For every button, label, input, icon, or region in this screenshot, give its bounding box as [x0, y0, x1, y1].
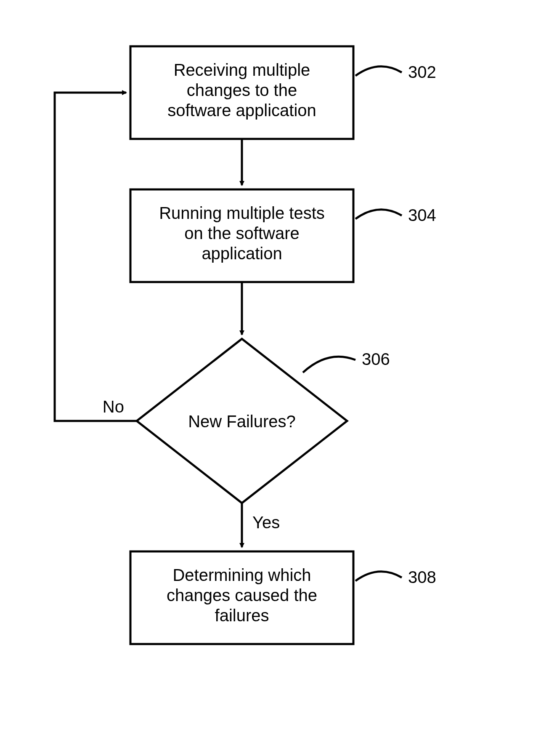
- box1-line3: software application: [167, 101, 316, 120]
- box3-line2: changes caused the: [167, 586, 317, 604]
- branch-yes: Yes: [242, 503, 280, 547]
- ref-302-label: 302: [408, 63, 436, 81]
- box2-line2: on the software: [184, 224, 300, 242]
- ref-308: 308: [355, 568, 436, 586]
- ref-302: 302: [355, 63, 436, 81]
- ref-306-label: 306: [362, 350, 390, 368]
- box1-line1: Receiving multiple: [174, 61, 310, 79]
- decision-text: New Failures?: [188, 412, 296, 431]
- ref-304-label: 304: [408, 206, 436, 224]
- branch-no-label: No: [103, 397, 124, 416]
- branch-yes-label: Yes: [252, 513, 280, 532]
- flowchart-diagram: Receiving multiple changes to the softwa…: [0, 0, 557, 756]
- box2-line1: Running multiple tests: [159, 204, 325, 222]
- box3-line3: failures: [215, 606, 269, 625]
- process-box-determining-changes: Determining which changes caused the fai…: [130, 551, 353, 644]
- ref-306: 306: [303, 350, 390, 373]
- process-box-running-tests: Running multiple tests on the software a…: [130, 189, 353, 282]
- process-box-receiving-changes: Receiving multiple changes to the softwa…: [130, 46, 353, 139]
- branch-no: No: [55, 93, 137, 421]
- box2-line3: application: [202, 244, 282, 263]
- box1-line2: changes to the: [187, 81, 297, 99]
- box3-line1: Determining which: [172, 566, 311, 584]
- ref-308-label: 308: [408, 568, 436, 586]
- ref-304: 304: [355, 206, 436, 224]
